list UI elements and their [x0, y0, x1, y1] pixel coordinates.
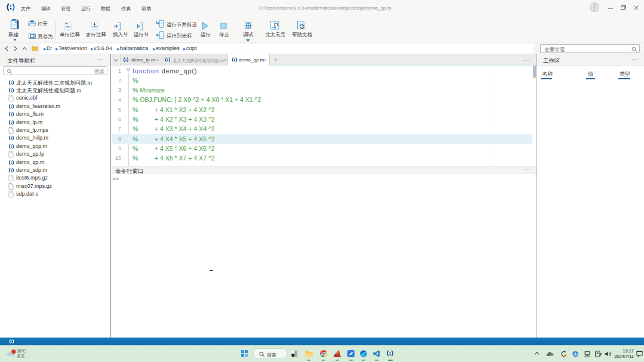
svg-text:?: ? — [301, 24, 304, 29]
